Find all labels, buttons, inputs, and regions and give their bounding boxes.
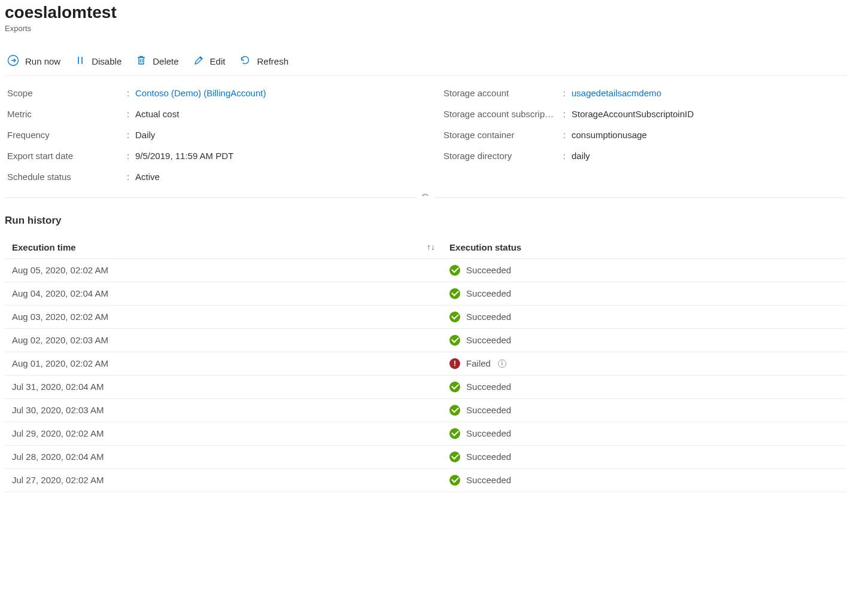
colon: :: [127, 129, 135, 141]
sort-icon[interactable]: ↑↓: [427, 242, 435, 252]
detail-left-label: Frequency: [7, 129, 127, 141]
failed-icon: !: [449, 358, 460, 369]
success-icon: [449, 428, 460, 439]
status-text: Succeeded: [466, 452, 511, 462]
table-row[interactable]: Aug 02, 2020, 02:03 AMSucceeded: [5, 328, 846, 352]
detail-left-label: Schedule status: [7, 170, 127, 183]
success-icon: [449, 382, 460, 392]
toolbar: Run now Disable Delete Edit: [5, 46, 846, 76]
execution-time-cell: Aug 05, 2020, 02:02 AM: [5, 258, 442, 282]
edit-button[interactable]: Edit: [193, 55, 226, 68]
status-text: Succeeded: [466, 335, 511, 345]
table-row[interactable]: Jul 27, 2020, 02:02 AMSucceeded: [5, 468, 846, 492]
execution-status-cell: Succeeded: [442, 422, 846, 445]
page-title: coeslalomtest: [5, 2, 846, 23]
disable-button[interactable]: Disable: [75, 55, 121, 68]
detail-right-value: daily: [572, 150, 590, 162]
execution-time-cell: Jul 27, 2020, 02:02 AM: [5, 468, 442, 492]
detail-right-value[interactable]: usagedetailsacmdemo: [572, 87, 661, 99]
run-now-icon: [7, 54, 19, 68]
disable-label: Disable: [92, 56, 121, 66]
colon: :: [563, 87, 572, 99]
refresh-button[interactable]: Refresh: [239, 54, 288, 68]
execution-time-cell: Jul 29, 2020, 02:02 AM: [5, 422, 442, 445]
table-row[interactable]: Aug 03, 2020, 02:02 AMSucceeded: [5, 305, 846, 328]
detail-right-label: Storage account: [443, 87, 563, 99]
collapse-toggle[interactable]: ︽: [417, 188, 434, 199]
detail-right-label: Storage account subscrip…: [443, 108, 563, 120]
colon: :: [563, 129, 572, 141]
detail-left-row: Frequency:Daily: [7, 129, 408, 141]
execution-time-cell: Jul 30, 2020, 02:03 AM: [5, 398, 442, 422]
table-row[interactable]: Aug 04, 2020, 02:04 AMSucceeded: [5, 282, 846, 305]
status-text: Succeeded: [466, 428, 511, 438]
status-text: Succeeded: [466, 312, 511, 322]
run-now-label: Run now: [25, 56, 60, 66]
colon: :: [127, 87, 135, 99]
colon: :: [127, 150, 135, 162]
detail-right-value: consumptionusage: [572, 129, 647, 141]
detail-right-label: Storage container: [443, 129, 563, 141]
edit-label: Edit: [210, 56, 226, 66]
detail-right-row: Storage container:consumptionusage: [443, 129, 844, 141]
execution-status-cell: Succeeded: [442, 445, 846, 468]
table-row[interactable]: Aug 01, 2020, 02:02 AM!Failedi: [5, 352, 846, 375]
colon: :: [127, 108, 135, 120]
colon: :: [563, 150, 572, 162]
detail-left-value: 9/5/2019, 11:59 AM PDT: [135, 150, 233, 162]
run-now-button[interactable]: Run now: [7, 54, 60, 68]
detail-left-value: Daily: [135, 129, 155, 141]
detail-left-label: Export start date: [7, 150, 127, 162]
info-icon[interactable]: i: [498, 359, 506, 368]
status-text: Succeeded: [466, 265, 511, 275]
delete-button[interactable]: Delete: [136, 55, 178, 68]
pencil-icon: [193, 55, 204, 68]
table-row[interactable]: Jul 30, 2020, 02:03 AMSucceeded: [5, 398, 846, 422]
success-icon: [449, 335, 460, 346]
status-text: Succeeded: [466, 382, 511, 392]
col-execution-status-label: Execution status: [449, 242, 521, 252]
status-text: Succeeded: [466, 475, 511, 485]
execution-status-cell: Succeeded: [442, 258, 846, 282]
execution-status-cell: !Failedi: [442, 352, 846, 375]
execution-status-cell: Succeeded: [442, 375, 846, 398]
execution-status-cell: Succeeded: [442, 398, 846, 422]
chevron-double-up-icon: ︽: [422, 189, 429, 197]
colon: :: [127, 170, 135, 183]
details-panel: Scope:Contoso (Demo) (BillingAccount)Met…: [5, 76, 846, 198]
success-icon: [449, 265, 460, 276]
detail-left-value: Actual cost: [135, 108, 179, 120]
detail-right-row: Storage directory:daily: [443, 150, 844, 162]
detail-right-label: Storage directory: [443, 150, 563, 162]
col-execution-status[interactable]: Execution status: [442, 236, 846, 259]
execution-status-cell: Succeeded: [442, 328, 846, 352]
execution-status-cell: Succeeded: [442, 305, 846, 328]
execution-time-cell: Jul 31, 2020, 02:04 AM: [5, 375, 442, 398]
table-row[interactable]: Jul 28, 2020, 02:04 AMSucceeded: [5, 445, 846, 468]
execution-time-cell: Jul 28, 2020, 02:04 AM: [5, 445, 442, 468]
table-row[interactable]: Jul 31, 2020, 02:04 AMSucceeded: [5, 375, 846, 398]
table-row[interactable]: Jul 29, 2020, 02:02 AMSucceeded: [5, 422, 846, 445]
success-icon: [449, 475, 460, 486]
success-icon: [449, 288, 460, 299]
delete-label: Delete: [153, 56, 178, 66]
success-icon: [449, 312, 460, 322]
detail-left-row: Export start date:9/5/2019, 11:59 AM PDT: [7, 150, 408, 162]
detail-right-row: Storage account subscrip…:StorageAccount…: [443, 108, 844, 120]
detail-left-row: Scope:Contoso (Demo) (BillingAccount): [7, 87, 408, 99]
detail-right-row: Storage account:usagedetailsacmdemo: [443, 87, 844, 99]
execution-time-cell: Aug 04, 2020, 02:04 AM: [5, 282, 442, 305]
trash-icon: [136, 55, 147, 68]
table-row[interactable]: Aug 05, 2020, 02:02 AMSucceeded: [5, 258, 846, 282]
refresh-icon: [239, 54, 251, 68]
run-history-title: Run history: [5, 215, 846, 227]
detail-left-row: Schedule status:Active: [7, 170, 408, 183]
execution-time-cell: Aug 03, 2020, 02:02 AM: [5, 305, 442, 328]
status-text: Failed: [466, 358, 491, 368]
detail-left-value[interactable]: Contoso (Demo) (BillingAccount): [135, 87, 266, 99]
detail-left-label: Scope: [7, 87, 127, 99]
execution-time-cell: Aug 01, 2020, 02:02 AM: [5, 352, 442, 375]
col-execution-time[interactable]: Execution time ↑↓: [5, 236, 442, 259]
refresh-label: Refresh: [257, 56, 288, 66]
col-execution-time-label: Execution time: [12, 242, 76, 252]
